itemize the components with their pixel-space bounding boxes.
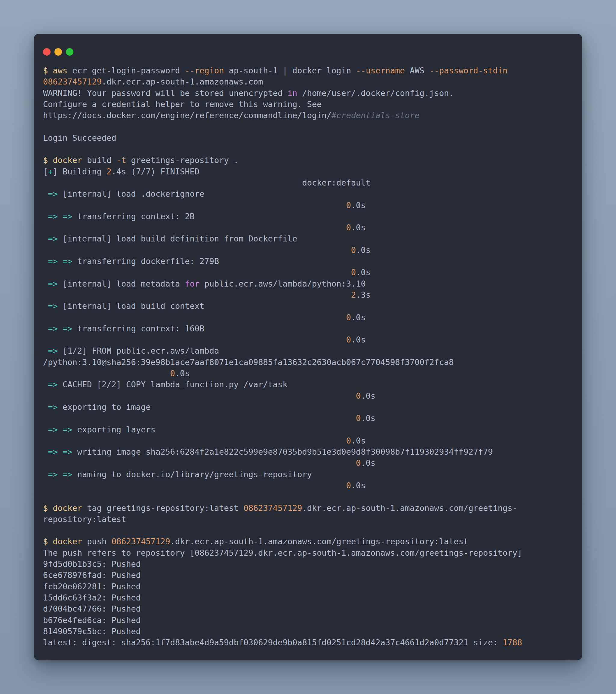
terminal-text-segment: 0 <box>346 223 351 232</box>
terminal-line: 0.0s <box>43 368 573 379</box>
terminal-text-segment: => <box>48 189 58 199</box>
terminal-line: 6ce678976fad: Pushed <box>43 569 573 581</box>
terminal-line: 0.0s <box>43 480 573 491</box>
terminal-text-segment: .0s <box>351 313 366 322</box>
window-titlebar <box>43 48 573 56</box>
terminal-line: docker:default <box>43 177 573 188</box>
terminal-output[interactable]: $ aws ecr get-login-password --region ap… <box>43 65 573 648</box>
terminal-text-segment <box>43 313 346 322</box>
terminal-text-segment: [internal] load build context <box>58 301 204 311</box>
terminal-text-segment: ] Building <box>53 167 107 176</box>
terminal-line: [+] Building 2.4s (7/7) FINISHED <box>43 166 573 177</box>
terminal-text-segment: --username <box>356 66 405 75</box>
terminal-text-segment <box>43 201 346 210</box>
terminal-text-segment: 086237457129 <box>243 504 302 513</box>
terminal-line: b676e4fed6ca: Pushed <box>43 615 573 626</box>
terminal-line: 0.0s <box>43 222 573 233</box>
terminal-text-segment: writing image sha256:6284f2a1e822c599e9e… <box>72 447 493 456</box>
terminal-text-segment: 1788 <box>503 638 522 647</box>
terminal-line: 81490579c5bc: Pushed <box>43 626 573 637</box>
terminal-text-segment: .0s <box>361 458 376 468</box>
terminal-text-segment: => <box>48 324 58 333</box>
terminal-text-segment: ecr get-login-password <box>67 66 185 75</box>
terminal-line: $ docker build -t greetings-repository . <box>43 154 573 166</box>
terminal-text-segment: https://docs.docker.com/engine/reference… <box>43 111 331 120</box>
terminal-text-segment: in <box>288 88 297 98</box>
terminal-line: 0.0s <box>43 267 573 278</box>
terminal-text-segment: + <box>48 167 53 176</box>
terminal-text-segment: 0 <box>351 245 356 255</box>
terminal-text-segment: .dkr.ecr.ap-south-1.amazonaws.com <box>102 77 263 86</box>
terminal-text-segment: docker:default <box>302 178 371 187</box>
terminal-text-segment <box>43 425 48 434</box>
terminal-text-segment: 0 <box>346 313 351 322</box>
maximize-button[interactable] <box>66 48 73 56</box>
terminal-text-segment: => <box>62 425 72 434</box>
terminal-line: => [internal] load metadata for public.e… <box>43 278 573 289</box>
terminal-line: => [internal] load build context <box>43 300 573 311</box>
terminal-text-segment: .0s <box>351 436 366 445</box>
terminal-text-segment: naming to docker.io/library/greetings-re… <box>72 470 312 479</box>
terminal-line: $ aws ecr get-login-password --region ap… <box>43 65 573 76</box>
terminal-text-segment: ap-south-1 | docker login <box>224 66 356 75</box>
close-button[interactable] <box>43 48 51 56</box>
terminal-line: => => exporting layers <box>43 424 573 435</box>
minimize-button[interactable] <box>54 48 62 56</box>
terminal-line: The push refers to repository [086237457… <box>43 547 573 559</box>
terminal-line: => [internal] load build definition from… <box>43 233 573 244</box>
terminal-text-segment: => <box>48 470 58 479</box>
terminal-text-segment: => <box>48 447 58 456</box>
terminal-line: => => transferring context: 160B <box>43 323 573 334</box>
terminal-text-segment: .0s <box>351 335 366 344</box>
terminal-text-segment <box>43 279 48 288</box>
terminal-text-segment <box>43 346 48 355</box>
terminal-text-segment <box>43 470 48 479</box>
terminal-text-segment <box>43 212 48 221</box>
terminal-text-segment: public.ecr.aws/lambda/python:3.10 <box>199 279 366 288</box>
terminal-text-segment <box>43 391 356 401</box>
terminal-text-segment: 0 <box>351 268 356 277</box>
terminal-text-segment: .3s <box>356 290 370 299</box>
terminal-text-segment: CACHED [2/2] COPY lambda_function.py /va… <box>58 380 288 389</box>
terminal-text-segment: $ <box>43 156 48 165</box>
terminal-text-segment: #credentials-store <box>331 111 420 120</box>
terminal-text-segment: aws <box>53 66 68 75</box>
terminal-text-segment: WARNING! Your password will be stored un… <box>43 88 288 98</box>
terminal-text-segment: greetings-repository . <box>126 156 238 165</box>
terminal-text-segment: $ <box>43 66 48 75</box>
terminal-text-segment: push <box>82 537 112 546</box>
terminal-text-segment: [internal] load metadata <box>58 279 185 288</box>
terminal-text-segment <box>43 301 48 311</box>
terminal-text-segment: => <box>48 402 58 412</box>
terminal-text-segment <box>43 414 356 423</box>
terminal-text-segment: AWS <box>405 66 429 75</box>
terminal-line <box>43 491 573 502</box>
terminal-text-segment: docker <box>53 156 83 165</box>
terminal-line: => => transferring dockerfile: 279B <box>43 256 573 267</box>
terminal-line: 0.0s <box>43 244 573 256</box>
terminal-text-segment: 0 <box>356 458 361 468</box>
terminal-text-segment: tag greetings-repository:latest <box>82 504 243 513</box>
terminal-text-segment: for <box>185 279 199 288</box>
terminal-line: 2.3s <box>43 289 573 300</box>
terminal-line: 0.0s <box>43 334 573 345</box>
terminal-text-segment: 0 <box>346 436 351 445</box>
terminal-text-segment: exporting to image <box>58 402 151 412</box>
terminal-text-segment <box>43 324 48 333</box>
terminal-text-segment: 086237457129 <box>43 77 102 86</box>
terminal-text-segment: [ <box>43 167 48 176</box>
terminal-text-segment: --password-stdin <box>429 66 507 75</box>
terminal-line: 0.0s <box>43 390 573 401</box>
terminal-line: $ docker tag greetings-repository:latest… <box>43 503 573 514</box>
terminal-text-segment: => <box>62 470 72 479</box>
terminal-line: => CACHED [2/2] COPY lambda_function.py … <box>43 379 573 390</box>
terminal-text-segment: /python:3.10@sha256:39e98b1ace7aaf8071e1… <box>43 358 454 367</box>
terminal-text-segment: => <box>48 234 58 243</box>
terminal-window: $ aws ecr get-login-password --region ap… <box>34 34 582 660</box>
terminal-text-segment: The push refers to repository [086237457… <box>43 548 522 558</box>
terminal-text-segment: => <box>62 212 72 221</box>
terminal-text-segment: $ <box>43 537 48 546</box>
terminal-text-segment: 0 <box>346 335 351 344</box>
terminal-text-segment: .4s (7/7) FINISHED <box>112 167 200 176</box>
terminal-text-segment: => <box>48 212 58 221</box>
